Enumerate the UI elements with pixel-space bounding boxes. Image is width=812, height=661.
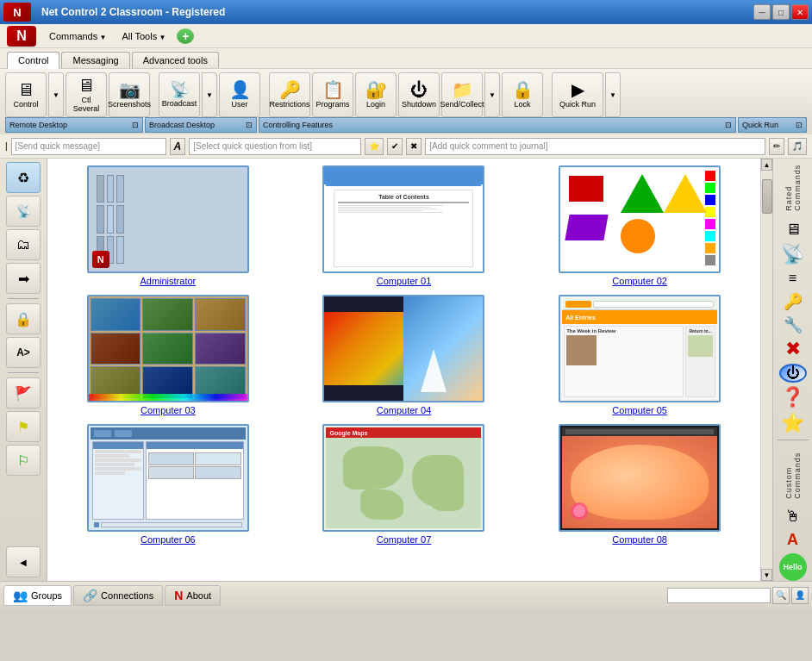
- tab-connections[interactable]: 🔗 Connections: [73, 585, 163, 606]
- thumb-computer02[interactable]: Computer 02: [526, 165, 753, 286]
- add-button[interactable]: +: [177, 28, 194, 44]
- r-text-btn[interactable]: A: [777, 530, 809, 550]
- rated-commands-label: Rated Commands: [783, 162, 803, 213]
- scroll-thumb[interactable]: [762, 179, 772, 214]
- r-power-btn[interactable]: ⏻: [779, 364, 807, 383]
- r-wrench-btn[interactable]: 🔧: [777, 315, 809, 334]
- r-cursor-btn[interactable]: 🖱: [777, 507, 809, 527]
- quick-question-input[interactable]: [Select quick question from list]: [189, 138, 361, 155]
- flag-green-btn[interactable]: ⚐: [6, 445, 41, 476]
- statusbar-user-icon[interactable]: 👤: [791, 587, 809, 604]
- broadcast-button[interactable]: 📡 Broadcast: [159, 72, 200, 117]
- titlebar: N Net Control 2 Classroom - Registered ─…: [0, 0, 812, 24]
- thumb-administrator[interactable]: N Administrator: [54, 165, 282, 286]
- quick-run-button[interactable]: ▶ Quick Run: [552, 72, 603, 117]
- check-btn[interactable]: ✔: [387, 138, 403, 155]
- label-computer06[interactable]: Computer 06: [141, 534, 196, 545]
- label-computer04[interactable]: Computer 04: [377, 405, 432, 415]
- r-key-btn[interactable]: 🔑: [777, 291, 809, 311]
- thumb-computer01[interactable]: Table of Contents Computer 01: [290, 165, 518, 286]
- r-list-btn[interactable]: ≡: [777, 269, 809, 289]
- label-computer07[interactable]: Computer 07: [377, 534, 432, 545]
- flag-yellow-btn[interactable]: ⚑: [6, 411, 41, 442]
- menubar: N Commands All Tools +: [0, 24, 812, 48]
- screenshots-button[interactable]: 📷 Screenshots: [109, 72, 150, 117]
- ctl-several-button[interactable]: 🖥 Ctl Several: [66, 72, 107, 117]
- thumb-computer06[interactable]: Computer 06: [54, 424, 282, 545]
- r-hello-btn[interactable]: Hello: [777, 553, 809, 581]
- lock-button[interactable]: 🔒 Lock: [502, 72, 543, 117]
- tab-about[interactable]: N About: [165, 585, 221, 606]
- control-arrow[interactable]: ▼: [48, 72, 64, 117]
- toolbar: 🖥 Control ▼ 🖥 Ctl Several 📷 Screenshots …: [0, 69, 812, 134]
- login-button[interactable]: 🔐 Login: [355, 72, 397, 117]
- r-separator: [778, 440, 809, 440]
- group-label-broadcast-desktop: Broadcast Desktop ⊡: [145, 117, 257, 133]
- thumb-computer05[interactable]: All Entries The Week in Review: [526, 295, 753, 415]
- tab-control[interactable]: Control: [7, 52, 59, 69]
- statusbar-search[interactable]: [667, 588, 771, 603]
- journal-input[interactable]: [Add quick comment to journal]: [425, 138, 765, 155]
- send-collect-arrow[interactable]: ▼: [484, 72, 500, 117]
- thumb-computer03[interactable]: Computer 03: [54, 295, 282, 415]
- quick-message-input[interactable]: [Send quick message]: [11, 138, 166, 155]
- star-btn[interactable]: ⭐: [365, 138, 384, 155]
- scroll-track: [761, 171, 772, 569]
- broadcast-sidebar-btn[interactable]: 📡: [6, 196, 41, 227]
- sidebar-arrow-btn[interactable]: ◀: [6, 546, 41, 577]
- restrictions-button[interactable]: 🔑 Restrictions: [269, 72, 310, 117]
- scroll-up[interactable]: ▲: [761, 159, 772, 171]
- thumb-computer07[interactable]: Google Maps Computer 07: [290, 424, 518, 545]
- r-monitor-btn[interactable]: 🖥: [777, 220, 809, 240]
- flag-red-btn[interactable]: 🚩: [6, 377, 41, 408]
- thumb-computer04[interactable]: Computer 04: [290, 295, 518, 415]
- broadcast-arrow[interactable]: ▼: [202, 72, 217, 117]
- text-btn[interactable]: A>: [6, 337, 41, 368]
- r-cancel-btn[interactable]: ✖: [777, 338, 809, 360]
- maximize-button[interactable]: □: [772, 4, 790, 20]
- tab-advanced[interactable]: Advanced tools: [132, 52, 219, 68]
- lock-sidebar-btn[interactable]: 🔒: [6, 303, 41, 334]
- close-button[interactable]: ✕: [791, 4, 809, 20]
- control-button[interactable]: 🖥 Control: [5, 72, 47, 117]
- label-computer03[interactable]: Computer 03: [141, 405, 196, 415]
- thumb-computer08[interactable]: Computer 08: [526, 424, 753, 545]
- shutdown-button[interactable]: ⏻ Shutdown: [398, 72, 440, 117]
- apps-btn[interactable]: 🗂: [6, 229, 41, 260]
- sidebar-sep-2: [8, 372, 39, 373]
- label-computer05[interactable]: Computer 05: [612, 405, 667, 415]
- r-broadcast-btn[interactable]: 📡: [777, 243, 809, 265]
- tab-groups[interactable]: 👥 Groups: [3, 585, 72, 606]
- quickbar-separator: |: [5, 141, 8, 151]
- x-btn[interactable]: ✖: [406, 138, 422, 155]
- tools-menu[interactable]: All Tools: [114, 28, 173, 44]
- label-computer01[interactable]: Computer 01: [377, 276, 432, 286]
- sidebar-sep-1: [8, 298, 39, 299]
- tab-messaging[interactable]: Messaging: [61, 52, 129, 68]
- music-btn[interactable]: 🎵: [788, 138, 807, 155]
- right-sidebar-icons: Rated Commands 🖥 📡 ≡ 🔑 🔧 ✖ ⏻ ❓ ⭐ Custom …: [772, 159, 812, 581]
- about-icon: N: [174, 589, 183, 602]
- programs-button[interactable]: 📋 Programs: [312, 72, 353, 117]
- r-question-btn[interactable]: ❓: [777, 386, 809, 408]
- label-administrator[interactable]: Administrator: [140, 276, 196, 286]
- user-button[interactable]: 👤 User: [219, 72, 260, 117]
- commands-menu[interactable]: Commands: [41, 28, 114, 44]
- quick-run-arrow[interactable]: ▼: [605, 72, 621, 117]
- statusbar-search-icon[interactable]: 🔍: [772, 587, 790, 604]
- connections-icon: 🔗: [83, 589, 97, 602]
- minimize-button[interactable]: ─: [753, 4, 771, 20]
- groups-icon: 👥: [13, 589, 28, 602]
- refresh-btn[interactable]: ♻: [6, 162, 41, 193]
- thumbnail-scrollbar: ▲ ▼: [760, 159, 772, 581]
- scroll-down[interactable]: ▼: [761, 569, 772, 581]
- font-button[interactable]: A: [170, 138, 186, 155]
- pen-btn[interactable]: ✏: [769, 138, 784, 155]
- forward-btn[interactable]: ➡: [6, 263, 41, 294]
- send-collect-button[interactable]: 📁 Send/Collect: [441, 72, 483, 117]
- center-content: N Administrator Table of Contents: [47, 159, 772, 581]
- label-computer08[interactable]: Computer 08: [612, 534, 667, 545]
- r-star-btn[interactable]: ⭐: [777, 412, 809, 434]
- tabs-bar: Control Messaging Advanced tools: [0, 48, 812, 69]
- label-computer02[interactable]: Computer 02: [612, 276, 667, 286]
